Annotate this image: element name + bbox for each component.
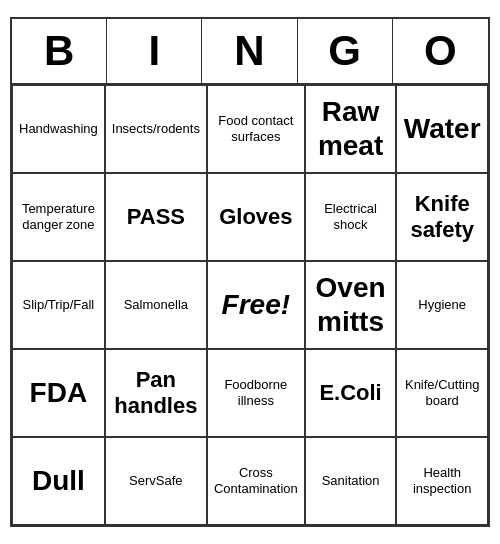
bingo-cell: Water — [396, 85, 488, 173]
bingo-cell: Dull — [12, 437, 105, 525]
bingo-cell: Salmonella — [105, 261, 207, 349]
bingo-cell: Pan handles — [105, 349, 207, 437]
bingo-header: BINGO — [12, 19, 488, 85]
bingo-cell: E.Coli — [305, 349, 397, 437]
bingo-cell: Food contact surfaces — [207, 85, 305, 173]
bingo-cell: Handwashing — [12, 85, 105, 173]
bingo-card: BINGO HandwashingInsects/rodentsFood con… — [10, 17, 490, 527]
bingo-letter: O — [393, 19, 488, 83]
bingo-cell: Hygiene — [396, 261, 488, 349]
bingo-cell: PASS — [105, 173, 207, 261]
bingo-grid: HandwashingInsects/rodentsFood contact s… — [12, 85, 488, 525]
bingo-cell: Temperature danger zone — [12, 173, 105, 261]
bingo-cell: Electrical shock — [305, 173, 397, 261]
bingo-letter: B — [12, 19, 107, 83]
bingo-cell: Health inspection — [396, 437, 488, 525]
bingo-letter: I — [107, 19, 202, 83]
bingo-cell: FDA — [12, 349, 105, 437]
bingo-cell: Cross Contamination — [207, 437, 305, 525]
bingo-cell: Oven mitts — [305, 261, 397, 349]
bingo-cell: ServSafe — [105, 437, 207, 525]
bingo-cell: Knife/Cutting board — [396, 349, 488, 437]
bingo-letter: N — [202, 19, 297, 83]
bingo-cell: Slip/Trip/Fall — [12, 261, 105, 349]
bingo-cell: Sanitation — [305, 437, 397, 525]
bingo-letter: G — [298, 19, 393, 83]
bingo-cell: Foodborne illness — [207, 349, 305, 437]
bingo-cell: Free! — [207, 261, 305, 349]
bingo-cell: Raw meat — [305, 85, 397, 173]
bingo-cell: Insects/rodents — [105, 85, 207, 173]
bingo-cell: Gloves — [207, 173, 305, 261]
bingo-cell: Knife safety — [396, 173, 488, 261]
